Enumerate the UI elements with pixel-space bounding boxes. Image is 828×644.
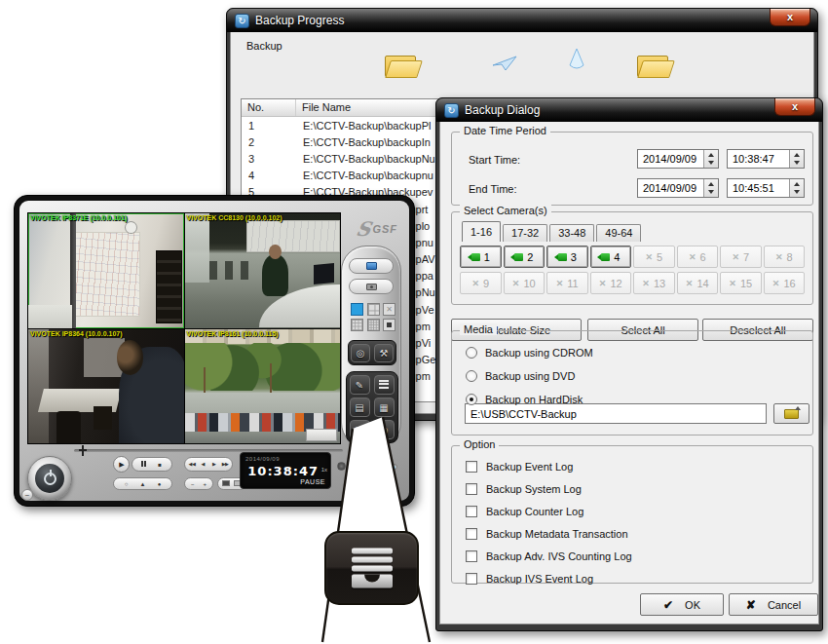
camera-tile-4[interactable]: VIVOTEK IP8161 (10.0.0.115) [185,329,341,444]
option-checkbox-0[interactable]: Backup Event Log [466,461,573,473]
minimize-button[interactable]: − [21,489,33,501]
cancel-button[interactable]: ✘ Cancel [729,593,818,616]
backup-icon-large [352,549,393,588]
camera-grid: VIVOTEK IP8371E (10.0.0.101) VIVOTEK CC8… [27,212,341,444]
option-checkbox-3[interactable]: Backup Metadata Transaction [466,528,628,540]
speed-down-button[interactable]: − [188,481,197,487]
snapshot-button[interactable]: ○ [122,481,131,487]
record-button[interactable]: ● [155,481,164,487]
camera-button-11[interactable]: ✕11 [546,272,588,294]
tools-button[interactable]: ⚒ [374,344,394,362]
layout-36-button[interactable] [367,319,380,331]
prev-frame-icon: ◀ [202,461,205,467]
camera-tab-49-64[interactable]: 49-64 [596,224,641,242]
camera-button-14[interactable]: ✕14 [677,272,719,294]
toggle-a-button[interactable] [221,480,230,487]
column-no[interactable]: No. [242,99,296,116]
camera-setup-button[interactable] [349,279,394,294]
media-radio-2[interactable]: Backup on HardDisk [466,394,583,405]
browse-folder-button[interactable] [773,403,809,424]
spinner-buttons[interactable] [789,179,804,197]
backup-progress-titlebar[interactable]: ↻ Backup Progress x [227,9,817,32]
folder-icon [366,262,377,270]
camera-button-3[interactable]: 3 [546,246,588,268]
step-back-button[interactable]: ◀ [199,462,207,467]
camera-button-7[interactable]: ✕7 [720,246,762,268]
camera-button-16[interactable]: ✕16 [764,272,806,294]
ok-button[interactable]: ✔ OK [640,593,724,616]
layout-quad-button[interactable] [367,303,380,316]
camera-on-icon [558,253,567,261]
camera-on-icon [601,253,610,261]
camera-button-4[interactable]: 4 [590,246,632,268]
select-cameras-label: Select Camera(s) [460,205,551,216]
camera-tab-17-32[interactable]: 17-32 [503,224,547,242]
film-button[interactable]: ▥ [350,420,370,439]
camera-tab-1-16[interactable]: 1-16 [462,221,501,242]
spinner-buttons[interactable] [789,150,804,168]
checkbox-icon [466,506,477,517]
spinner-buttons[interactable] [703,150,718,168]
backup-button[interactable] [374,375,395,395]
option-checkbox-2[interactable]: Backup Counter Log [466,506,583,517]
backup-button-magnified[interactable] [324,531,419,605]
media-radio-0[interactable]: Backup using CDROM [466,347,593,359]
start-date-input[interactable]: 2014/09/09 [637,149,719,169]
close-icon[interactable]: x [770,9,810,26]
end-date-input[interactable]: 2014/09/09 [637,178,719,198]
camera-off-icon: ✕ [729,279,736,288]
camera-button-15[interactable]: ✕15 [720,272,762,294]
source-folder-icon [385,52,418,77]
layout-close-button[interactable]: ✕ [383,303,395,316]
camera-button-13[interactable]: ✕13 [633,272,675,294]
layout-16-button[interactable] [351,319,363,331]
backup-path-input[interactable] [465,403,767,424]
jump-end-button[interactable]: ▶▶ [221,462,230,467]
camera-tile-2[interactable]: VIVOTEK CC8130 (10.0.0.102) [185,213,341,328]
backup-dialog-titlebar[interactable]: ↻ Backup Dialog x [436,98,822,122]
camera-off-icon: ✕ [556,279,564,288]
camera-tab-33-48[interactable]: 33-48 [549,224,594,242]
open-file-button[interactable] [349,258,394,274]
disc-button[interactable]: ◎ [351,344,370,362]
step-forward-button[interactable]: ▶ [209,462,218,467]
camera-button-10[interactable]: ✕10 [504,272,546,294]
volume-slider[interactable] [349,464,397,470]
speed-up-button[interactable]: + [201,481,209,487]
camera-tile-1[interactable]: VIVOTEK IP8371E (10.0.0.101) [28,213,184,328]
view-button[interactable]: ◉ [374,420,395,439]
camera-button-5[interactable]: ✕5 [633,246,675,268]
timeline-marker[interactable] [82,445,84,456]
layout-focus-button[interactable] [383,319,395,331]
camera-off-icon: ✕ [689,252,696,262]
camera-button-1[interactable]: 1 [460,246,502,268]
eject-button[interactable]: ▲ [138,481,147,487]
end-time-input[interactable]: 10:45:51 [727,178,805,198]
option-checkbox-1[interactable]: Backup System Log [466,483,582,495]
check-icon: ✔ [663,598,673,612]
close-icon[interactable]: x [774,98,815,116]
camera-button-9[interactable]: ✕9 [460,272,502,294]
camera-button-2[interactable]: 2 [504,246,546,268]
media-radio-1[interactable]: Backup using DVD [466,370,575,382]
camera-button-6[interactable]: ✕6 [677,246,719,268]
pause-button[interactable] [139,461,148,468]
spinner-buttons[interactable] [703,179,718,197]
camera-tile-3[interactable]: VIVOTEK IP8364 (10.0.0.107) [28,329,184,444]
jump-start-button[interactable]: ◀◀ [187,462,196,467]
print-button[interactable]: ▤ [350,398,370,417]
option-checkbox-5[interactable]: Backup IVS Event Log [466,573,593,585]
camera-off-icon: ✕ [512,279,520,288]
export-button[interactable]: ▦ [374,398,395,417]
power-button[interactable] [27,456,72,501]
start-time-input[interactable]: 10:38:47 [727,149,805,169]
stop-button[interactable]: ■ [156,462,165,468]
edit-button[interactable]: ✎ [350,375,370,395]
play-button[interactable]: ▶ [113,456,130,473]
film-icon: ▥ [355,425,363,436]
option-checkbox-4[interactable]: Backup Adv. IVS Counting Log [466,550,632,562]
layout-single-button[interactable] [351,303,363,316]
media-group: Media Backup using CDROMBackup using DVD… [451,330,813,436]
camera-button-8[interactable]: ✕8 [764,246,806,268]
camera-button-12[interactable]: ✕12 [590,272,632,294]
